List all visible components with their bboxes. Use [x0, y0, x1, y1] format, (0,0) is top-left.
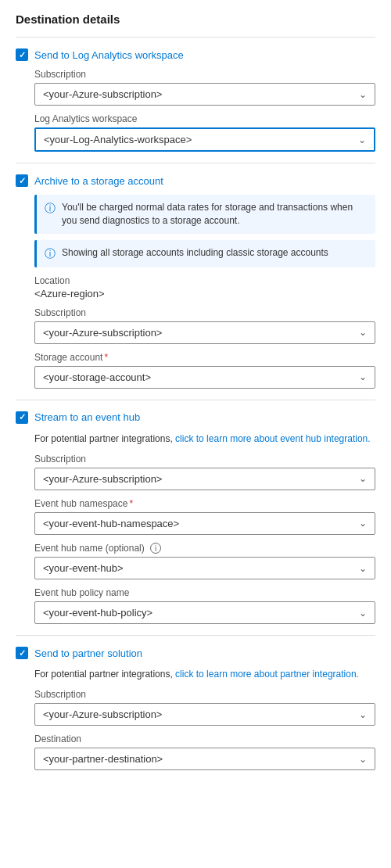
storage-subscription-dropdown[interactable]: <your-Azure-subscription> ⌄ [34, 321, 375, 344]
info-icon-1: ⓘ [45, 202, 56, 216]
ps-destination-value: <your-partner-destination> [43, 753, 163, 765]
hub-name-info-icon[interactable]: i [150, 543, 161, 554]
la-workspace-dropdown[interactable]: <your-Log-Analytics-workspace> ⌄ [34, 127, 375, 152]
section-divider-2 [16, 400, 375, 400]
storage-fields: ⓘ You'll be charged normal data rates fo… [16, 195, 375, 389]
location-label: Location [34, 275, 375, 286]
la-subscription-value: <your-Azure-subscription> [43, 88, 162, 100]
partner-solution-info: For potential partner integrations, clic… [34, 667, 375, 681]
ps-subscription-dropdown[interactable]: <your-Azure-subscription> ⌄ [34, 703, 375, 726]
eh-namespace-dropdown[interactable]: <your-event-hub-namespace> ⌄ [34, 512, 375, 535]
log-analytics-fields: Subscription <your-Azure-subscription> ⌄… [16, 69, 375, 152]
storage-account-arrow: ⌄ [359, 371, 367, 382]
eh-subscription-dropdown[interactable]: <your-Azure-subscription> ⌄ [34, 468, 375, 490]
ps-destination-arrow: ⌄ [359, 754, 367, 765]
ps-subscription-value: <your-Azure-subscription> [43, 708, 162, 720]
storage-account-value: <your-storage-account> [43, 371, 151, 383]
event-hub-checkbox[interactable] [16, 411, 28, 424]
top-divider [16, 37, 375, 38]
partner-solution-link[interactable]: click to learn more about partner integr… [175, 669, 359, 680]
event-hub-partner-info: For potential partner integrations, clic… [34, 432, 375, 446]
la-workspace-label: Log Analytics workspace [34, 113, 375, 124]
eh-hub-name-value: <your-event-hub> [43, 562, 124, 574]
ps-destination-label: Destination [34, 733, 375, 744]
la-workspace-arrow: ⌄ [358, 135, 366, 145]
eh-policy-dropdown[interactable]: <your-event-hub-policy> ⌄ [34, 601, 375, 624]
ps-destination-dropdown[interactable]: <your-partner-destination> ⌄ [34, 748, 375, 770]
page-title: Destination details [16, 13, 375, 26]
storage-required-star: * [104, 352, 108, 363]
storage-info-text-1: You'll be charged normal data rates for … [62, 201, 368, 228]
storage-subscription-label: Subscription [34, 307, 375, 318]
partner-checkbox[interactable] [16, 647, 28, 659]
storage-label: Archive to a storage account [34, 175, 163, 187]
eh-subscription-label: Subscription [34, 454, 375, 464]
storage-subscription-value: <your-Azure-subscription> [43, 327, 162, 339]
eh-policy-arrow: ⌄ [359, 608, 367, 619]
ps-subscription-label: Subscription [34, 689, 375, 700]
eh-hub-name-label: Event hub name (optional) i [34, 543, 375, 554]
eh-namespace-label: Event hub namespace* [34, 498, 375, 509]
eh-namespace-value: <your-event-hub-namespace> [43, 518, 179, 529]
event-hub-section-header: Stream to an event hub [16, 411, 375, 424]
section-divider-1 [16, 163, 375, 163]
la-subscription-arrow: ⌄ [359, 89, 367, 100]
eh-namespace-arrow: ⌄ [359, 518, 367, 529]
storage-info-box-1: ⓘ You'll be charged normal data rates fo… [34, 195, 375, 234]
location-value: <Azure-region> [34, 288, 375, 299]
storage-checkbox[interactable] [16, 174, 28, 187]
eh-hub-name-dropdown[interactable]: <your-event-hub> ⌄ [34, 557, 375, 579]
eh-subscription-value: <your-Azure-subscription> [43, 473, 162, 485]
event-hub-label: Stream to an event hub [34, 411, 140, 423]
event-hub-fields: For potential partner integrations, clic… [16, 432, 375, 625]
event-hub-partner-link[interactable]: click to learn more about event hub inte… [175, 433, 370, 444]
storage-subscription-arrow: ⌄ [359, 327, 367, 338]
storage-info-text-2: Showing all storage accounts including c… [62, 246, 328, 260]
partner-section-header: Send to partner solution [16, 647, 375, 659]
ps-subscription-arrow: ⌄ [359, 709, 367, 720]
la-workspace-value: <your-Log-Analytics-workspace> [44, 134, 192, 145]
storage-info-box-2: ⓘ Showing all storage accounts including… [34, 240, 375, 267]
eh-policy-label: Event hub policy name [34, 587, 375, 598]
partner-label: Send to partner solution [34, 647, 142, 659]
storage-section-header: Archive to a storage account [16, 174, 375, 187]
la-subscription-label: Subscription [34, 69, 375, 80]
eh-hub-name-arrow: ⌄ [359, 563, 367, 574]
log-analytics-checkbox[interactable] [16, 48, 28, 61]
log-analytics-label: Send to Log Analytics workspace [34, 49, 184, 61]
eh-policy-value: <your-event-hub-policy> [43, 607, 152, 619]
la-subscription-dropdown[interactable]: <your-Azure-subscription> ⌄ [34, 83, 375, 106]
info-icon-2: ⓘ [45, 247, 56, 261]
storage-account-label: Storage account* [34, 352, 375, 363]
eh-namespace-required: * [129, 498, 133, 509]
log-analytics-section-header: Send to Log Analytics workspace [16, 48, 375, 61]
eh-subscription-arrow: ⌄ [359, 473, 367, 484]
storage-account-dropdown[interactable]: <your-storage-account> ⌄ [34, 366, 375, 389]
partner-fields: For potential partner integrations, clic… [16, 667, 375, 770]
section-divider-3 [16, 635, 375, 636]
